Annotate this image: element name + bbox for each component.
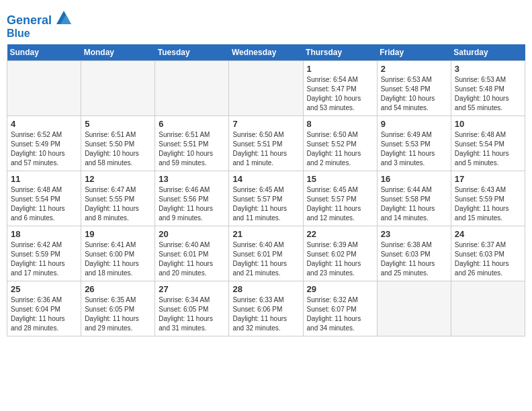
day-info: Sunrise: 6:33 AMSunset: 6:06 PMDaylight:… (232, 295, 299, 333)
day-info: Sunrise: 6:38 AMSunset: 6:03 PMDaylight:… (381, 240, 447, 278)
calendar-cell: 22Sunrise: 6:39 AMSunset: 6:02 PMDayligh… (303, 226, 377, 281)
calendar-week-3: 11Sunrise: 6:48 AMSunset: 5:54 PMDayligh… (7, 171, 525, 226)
logo-text: General (7, 11, 71, 28)
day-number: 26 (85, 284, 151, 294)
calendar-table: SundayMondayTuesdayWednesdayThursdayFrid… (7, 44, 525, 336)
day-number: 12 (85, 174, 151, 184)
day-info: Sunrise: 6:37 AMSunset: 6:03 PMDaylight:… (455, 240, 521, 278)
page-header: General Blue (7, 7, 525, 39)
day-info: Sunrise: 6:36 AMSunset: 6:04 PMDaylight:… (11, 295, 77, 333)
day-number: 1 (307, 64, 373, 74)
calendar-cell: 17Sunrise: 6:43 AMSunset: 5:59 PMDayligh… (451, 171, 525, 226)
day-info: Sunrise: 6:54 AMSunset: 5:47 PMDaylight:… (307, 75, 373, 113)
calendar-cell: 16Sunrise: 6:44 AMSunset: 5:58 PMDayligh… (377, 171, 451, 226)
day-number: 13 (159, 174, 225, 184)
day-number: 25 (11, 284, 77, 294)
day-number: 19 (85, 229, 151, 239)
day-number: 17 (455, 174, 521, 184)
day-info: Sunrise: 6:53 AMSunset: 5:48 PMDaylight:… (455, 75, 521, 113)
calendar-cell: 20Sunrise: 6:40 AMSunset: 6:01 PMDayligh… (155, 226, 229, 281)
calendar-cell: 13Sunrise: 6:46 AMSunset: 5:56 PMDayligh… (155, 171, 229, 226)
day-info: Sunrise: 6:32 AMSunset: 6:07 PMDaylight:… (307, 295, 373, 333)
logo: General Blue (7, 11, 71, 39)
day-number: 4 (11, 119, 77, 129)
calendar-week-4: 18Sunrise: 6:42 AMSunset: 5:59 PMDayligh… (7, 226, 525, 281)
day-info: Sunrise: 6:45 AMSunset: 5:57 PMDaylight:… (232, 185, 299, 223)
calendar-cell (81, 61, 155, 116)
day-info: Sunrise: 6:47 AMSunset: 5:55 PMDaylight:… (85, 185, 151, 223)
day-info: Sunrise: 6:49 AMSunset: 5:53 PMDaylight:… (381, 130, 447, 168)
calendar-cell: 6Sunrise: 6:51 AMSunset: 5:51 PMDaylight… (155, 116, 229, 171)
col-header-thursday: Thursday (303, 44, 377, 61)
logo-general: General (7, 13, 52, 27)
day-number: 9 (381, 119, 447, 129)
day-info: Sunrise: 6:46 AMSunset: 5:56 PMDaylight:… (159, 185, 225, 223)
logo-blue: Blue (7, 28, 71, 40)
calendar-cell: 19Sunrise: 6:41 AMSunset: 6:00 PMDayligh… (81, 226, 155, 281)
calendar-cell: 5Sunrise: 6:51 AMSunset: 5:50 PMDaylight… (81, 116, 155, 171)
calendar-cell: 15Sunrise: 6:45 AMSunset: 5:57 PMDayligh… (303, 171, 377, 226)
day-info: Sunrise: 6:35 AMSunset: 6:05 PMDaylight:… (85, 295, 151, 333)
col-header-sunday: Sunday (7, 44, 81, 61)
day-number: 11 (11, 174, 77, 184)
day-number: 27 (159, 284, 225, 294)
day-info: Sunrise: 6:50 AMSunset: 5:51 PMDaylight:… (232, 130, 299, 168)
calendar-cell: 8Sunrise: 6:50 AMSunset: 5:52 PMDaylight… (303, 116, 377, 171)
day-info: Sunrise: 6:45 AMSunset: 5:57 PMDaylight:… (307, 185, 373, 223)
day-number: 16 (381, 174, 447, 184)
day-info: Sunrise: 6:50 AMSunset: 5:52 PMDaylight:… (307, 130, 373, 168)
day-info: Sunrise: 6:44 AMSunset: 5:58 PMDaylight:… (381, 185, 447, 223)
col-header-friday: Friday (377, 44, 451, 61)
day-number: 20 (159, 229, 225, 239)
day-number: 28 (232, 284, 299, 294)
calendar-week-2: 4Sunrise: 6:52 AMSunset: 5:49 PMDaylight… (7, 116, 525, 171)
day-info: Sunrise: 6:40 AMSunset: 6:01 PMDaylight:… (232, 240, 299, 278)
day-number: 2 (381, 64, 447, 74)
day-number: 18 (11, 229, 77, 239)
day-info: Sunrise: 6:41 AMSunset: 6:00 PMDaylight:… (85, 240, 151, 278)
day-info: Sunrise: 6:53 AMSunset: 5:48 PMDaylight:… (381, 75, 447, 113)
day-info: Sunrise: 6:51 AMSunset: 5:50 PMDaylight:… (85, 130, 151, 168)
day-info: Sunrise: 6:43 AMSunset: 5:59 PMDaylight:… (455, 185, 521, 223)
day-number: 22 (307, 229, 373, 239)
col-header-saturday: Saturday (451, 44, 525, 61)
calendar-cell: 3Sunrise: 6:53 AMSunset: 5:48 PMDaylight… (451, 61, 525, 116)
calendar-cell: 12Sunrise: 6:47 AMSunset: 5:55 PMDayligh… (81, 171, 155, 226)
day-info: Sunrise: 6:48 AMSunset: 5:54 PMDaylight:… (455, 130, 521, 168)
day-number: 10 (455, 119, 521, 129)
day-info: Sunrise: 6:48 AMSunset: 5:54 PMDaylight:… (11, 185, 77, 223)
day-number: 5 (85, 119, 151, 129)
calendar-cell: 10Sunrise: 6:48 AMSunset: 5:54 PMDayligh… (451, 116, 525, 171)
calendar-cell (451, 281, 525, 336)
calendar-cell: 28Sunrise: 6:33 AMSunset: 6:06 PMDayligh… (229, 281, 303, 336)
day-number: 21 (232, 229, 299, 239)
calendar-cell: 21Sunrise: 6:40 AMSunset: 6:01 PMDayligh… (229, 226, 303, 281)
calendar-cell: 1Sunrise: 6:54 AMSunset: 5:47 PMDaylight… (303, 61, 377, 116)
calendar-cell: 2Sunrise: 6:53 AMSunset: 5:48 PMDaylight… (377, 61, 451, 116)
calendar-cell (7, 61, 81, 116)
calendar-cell (229, 61, 303, 116)
day-number: 23 (381, 229, 447, 239)
calendar-cell (155, 61, 229, 116)
calendar-cell: 27Sunrise: 6:34 AMSunset: 6:05 PMDayligh… (155, 281, 229, 336)
day-info: Sunrise: 6:42 AMSunset: 5:59 PMDaylight:… (11, 240, 77, 278)
calendar-week-5: 25Sunrise: 6:36 AMSunset: 6:04 PMDayligh… (7, 281, 525, 336)
col-header-monday: Monday (81, 44, 155, 61)
calendar-cell: 26Sunrise: 6:35 AMSunset: 6:05 PMDayligh… (81, 281, 155, 336)
calendar-cell: 23Sunrise: 6:38 AMSunset: 6:03 PMDayligh… (377, 226, 451, 281)
col-header-tuesday: Tuesday (155, 44, 229, 61)
calendar-cell: 14Sunrise: 6:45 AMSunset: 5:57 PMDayligh… (229, 171, 303, 226)
day-info: Sunrise: 6:40 AMSunset: 6:01 PMDaylight:… (159, 240, 225, 278)
calendar-cell: 11Sunrise: 6:48 AMSunset: 5:54 PMDayligh… (7, 171, 81, 226)
logo-icon (56, 11, 71, 24)
day-number: 6 (159, 119, 225, 129)
day-info: Sunrise: 6:51 AMSunset: 5:51 PMDaylight:… (159, 130, 225, 168)
day-number: 7 (232, 119, 299, 129)
calendar-cell: 7Sunrise: 6:50 AMSunset: 5:51 PMDaylight… (229, 116, 303, 171)
day-info: Sunrise: 6:39 AMSunset: 6:02 PMDaylight:… (307, 240, 373, 278)
calendar-cell: 24Sunrise: 6:37 AMSunset: 6:03 PMDayligh… (451, 226, 525, 281)
day-number: 24 (455, 229, 521, 239)
calendar-cell: 18Sunrise: 6:42 AMSunset: 5:59 PMDayligh… (7, 226, 81, 281)
calendar-week-1: 1Sunrise: 6:54 AMSunset: 5:47 PMDaylight… (7, 61, 525, 116)
day-info: Sunrise: 6:34 AMSunset: 6:05 PMDaylight:… (159, 295, 225, 333)
